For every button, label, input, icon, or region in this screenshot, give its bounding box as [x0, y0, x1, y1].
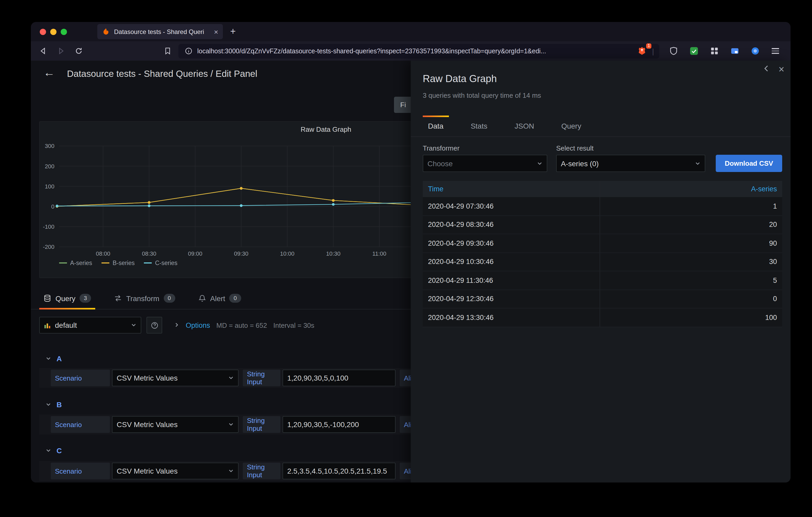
chevron-down-icon — [46, 446, 51, 455]
brave-shield-icon[interactable]: 1 — [638, 46, 648, 56]
legend-swatch — [59, 263, 67, 264]
drawer-close-icon[interactable]: × — [779, 64, 784, 74]
legend-item[interactable]: C-series — [144, 260, 178, 266]
tab-count-badge: 0 — [164, 294, 175, 302]
query-row-header-a[interactable]: A — [39, 351, 62, 366]
table-row: 2020-04-29 07:30:46 1 — [423, 197, 782, 216]
page-title: Datasource tests - Shared Queries / Edit… — [67, 68, 257, 80]
string-input-label: String Input — [243, 370, 281, 386]
svg-text:10:00: 10:00 — [280, 250, 294, 257]
close-window-button[interactable] — [40, 29, 46, 35]
select-result-label: Select result — [556, 144, 593, 152]
forward-icon[interactable] — [54, 44, 67, 58]
extension-green-icon[interactable] — [687, 44, 701, 58]
svg-text:08:30: 08:30 — [142, 250, 156, 257]
extension-screenshot-icon[interactable] — [728, 44, 742, 58]
tab-label: Alert — [210, 294, 225, 302]
scenario-select[interactable]: CSV Metric Values — [112, 416, 239, 433]
browser-toolbar: localhost:3000/d/ZqZnVvFZz/datasource-te… — [31, 41, 790, 61]
inspect-tab-data[interactable]: Data — [423, 116, 448, 136]
extension-profile-icon[interactable] — [748, 44, 762, 58]
site-info-icon[interactable] — [184, 46, 193, 56]
window-controls — [31, 29, 74, 35]
cell-time: 2020-04-29 09:30:46 — [423, 239, 600, 247]
cell-time: 2020-04-29 13:30:46 — [423, 314, 600, 322]
panel-editor-back-button[interactable]: ← — [44, 66, 55, 80]
scenario-select[interactable]: CSV Metric Values — [112, 463, 239, 479]
download-csv-button[interactable]: Download CSV — [716, 155, 782, 172]
query-row-header-c[interactable]: C — [39, 443, 62, 458]
query-toolbar: default Options MD = auto = 652 Interval… — [39, 317, 314, 334]
extension-area — [663, 44, 785, 58]
tab-close-icon[interactable]: × — [214, 28, 218, 35]
scenario-select[interactable]: CSV Metric Values — [112, 370, 239, 386]
chevron-down-icon — [228, 420, 234, 429]
string-input-field[interactable]: 1,20,90,30,5,0,100 — [283, 370, 396, 386]
column-header-a-series[interactable]: A-series — [600, 181, 782, 197]
query-row-header-b[interactable]: B — [39, 397, 62, 412]
bookmark-icon[interactable] — [161, 44, 174, 58]
tab-count-badge: 3 — [80, 294, 91, 302]
tab-query[interactable]: Query 3 — [39, 287, 95, 309]
query-row-c: Scenario CSV Metric Values String Input … — [39, 461, 411, 481]
string-input-field[interactable]: 1,20,90,30,5,-100,200 — [283, 416, 396, 433]
drawer-back-icon[interactable] — [762, 64, 771, 75]
browser-tabstrip: Datasource tests - Shared Queri × + — [31, 22, 790, 41]
browser-window: Datasource tests - Shared Queri × + — [31, 22, 790, 483]
inspect-tab-stats[interactable]: Stats — [465, 116, 493, 136]
transformer-placeholder: Choose — [428, 159, 534, 168]
query-ref-label: A — [57, 355, 62, 363]
cell-value: 5 — [600, 271, 782, 290]
url-text[interactable]: localhost:3000/d/ZqZnVvFZz/datasource-te… — [197, 47, 633, 55]
string-input-field[interactable]: 2.5,3.5,4.5,10.5,20.5,21.5,19.5 — [283, 463, 396, 479]
new-tab-button[interactable]: + — [230, 26, 236, 37]
chevron-right-icon — [174, 321, 179, 330]
legend-item[interactable]: B-series — [102, 260, 135, 266]
inspect-table-body: 2020-04-29 07:30:46 1 2020-04-29 08:30:4… — [423, 197, 782, 327]
cell-time: 2020-04-29 10:30:46 — [423, 258, 600, 266]
drawer-title: Raw Data Graph — [423, 73, 497, 85]
inspect-tab-json[interactable]: JSON — [509, 116, 540, 136]
minimize-window-button[interactable] — [50, 29, 57, 35]
inspect-tab-query[interactable]: Query — [556, 116, 586, 136]
back-icon[interactable] — [36, 44, 50, 58]
table-row: 2020-04-29 13:30:46 100 — [423, 308, 782, 327]
inspect-data-table: Time A-series 2020-04-29 07:30:46 1 2020… — [423, 181, 782, 327]
svg-text:11:00: 11:00 — [372, 250, 386, 257]
column-header-time[interactable]: Time — [423, 185, 600, 193]
table-row: 2020-04-29 12:30:46 0 — [423, 290, 782, 308]
url-bar[interactable]: localhost:3000/d/ZqZnVvFZz/datasource-te… — [178, 44, 659, 58]
chevron-down-icon — [46, 400, 51, 409]
editor-tabs: Query 3 Transform 0 Alert 0 — [31, 287, 411, 309]
zoom-window-button[interactable] — [61, 29, 67, 35]
cell-value: 90 — [600, 234, 782, 252]
reload-icon[interactable] — [72, 44, 85, 58]
transformer-select[interactable]: Choose — [423, 155, 547, 172]
legend-item[interactable]: A-series — [59, 260, 92, 266]
datasource-picker[interactable]: default — [39, 317, 141, 334]
legend-swatch — [144, 263, 152, 264]
datasource-help-button[interactable] — [146, 317, 162, 334]
tab-transform[interactable]: Transform 0 — [110, 287, 179, 309]
cell-value: 1 — [600, 197, 782, 215]
options-toggle[interactable]: Options MD = auto = 652 Interval = 30s — [174, 321, 314, 330]
scenario-label: Scenario — [51, 416, 110, 433]
tab-alert[interactable]: Alert 0 — [194, 287, 245, 309]
tab-count-badge: 0 — [229, 294, 241, 302]
cell-value: 30 — [600, 253, 782, 271]
legend-swatch — [102, 263, 109, 264]
menu-icon[interactable] — [768, 44, 782, 58]
extension-grid-icon[interactable] — [707, 44, 721, 58]
table-row: 2020-04-29 08:30:46 20 — [423, 216, 782, 234]
pocket-shield-icon[interactable] — [667, 44, 680, 58]
options-label[interactable]: Options — [186, 321, 210, 329]
svg-text:200: 200 — [45, 163, 54, 170]
result-select[interactable]: A-series (0) — [556, 155, 705, 172]
tab-title: Datasource tests - Shared Queri — [114, 28, 210, 35]
drawer-subtitle: 3 queries with total query time of 14 ms — [423, 91, 541, 99]
max-datapoints-text: MD = auto = 652 — [216, 321, 267, 329]
inspect-drawer: × Raw Data Graph 3 queries with total qu… — [411, 61, 790, 483]
database-icon — [44, 294, 51, 302]
browser-tab[interactable]: Datasource tests - Shared Queri × — [97, 24, 223, 39]
svg-text:08:00: 08:00 — [96, 250, 110, 257]
